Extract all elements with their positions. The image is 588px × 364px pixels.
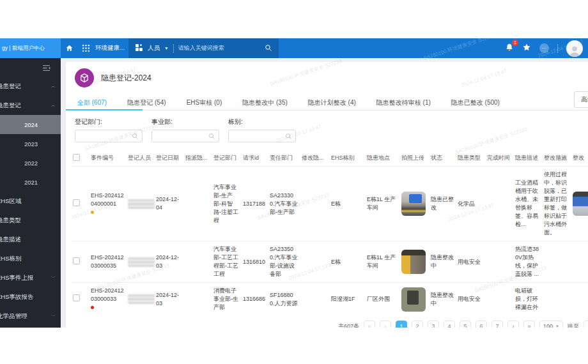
sidebar-item-danger-type[interactable]: 隐患类型: [0, 211, 61, 230]
row-checkbox[interactable]: [73, 294, 80, 301]
column-header[interactable]: 状态: [429, 150, 456, 167]
sidebar-item-ehs-building[interactable]: EHS栋别: [0, 249, 61, 268]
page-button-2[interactable]: 2: [412, 321, 423, 328]
photo-thumbnail[interactable]: [401, 287, 426, 312]
last-page-button[interactable]: »: [523, 321, 535, 328]
more-options-icon[interactable]: …: [539, 43, 549, 53]
advanced-search-button[interactable]: 高级搜索: [574, 91, 588, 108]
cell-status: 隐患整改中: [429, 241, 456, 283]
column-header[interactable]: 完成时间: [485, 150, 513, 167]
sidebar: 隐患登记︿ 隐患登记︿ 2024 2023 2022 2021 EHS区域 隐患…: [0, 58, 61, 328]
page-button-1[interactable]: 1: [396, 321, 407, 328]
tab-ehs-review[interactable]: EHS审核 (0): [185, 95, 224, 110]
table-row[interactable]: EHS-20241204000001 2024-12-04 汽车事业部-生产部-…: [71, 167, 588, 241]
sidebar-item-chemical-management[interactable]: 化学品管理﹀: [0, 307, 61, 326]
home-icon[interactable]: [61, 38, 77, 58]
redacted-name: [128, 257, 155, 267]
cell-finish-time: [485, 241, 513, 283]
tab-all[interactable]: 全部 (607): [76, 95, 108, 110]
sidebar-item-hidden-danger-register-sub[interactable]: 隐患登记︿: [0, 96, 61, 115]
sidebar-item-2023[interactable]: 2023: [0, 134, 61, 153]
cell-location: 厂区外围: [365, 283, 399, 316]
page-button-5[interactable]: 5: [460, 321, 471, 328]
scope-selector[interactable]: 人员: [148, 44, 160, 52]
row-checkbox[interactable]: [73, 257, 80, 264]
select-all-checkbox[interactable]: [73, 154, 80, 161]
jump-to-label: 跳至: [568, 322, 579, 328]
column-header[interactable]: 隐患地点: [365, 150, 399, 167]
photo-thumbnail[interactable]: [401, 192, 426, 216]
notifications-bell-icon[interactable]: 1: [505, 43, 514, 54]
chevron-down-icon: ▼: [555, 324, 559, 328]
next-page-button[interactable]: ›: [507, 321, 519, 328]
favorites-star-icon[interactable]: [522, 43, 531, 54]
sidebar-item-ehs-accident-report[interactable]: EHS事故报告: [0, 287, 61, 307]
column-header[interactable]: 拍照上传: [399, 150, 429, 167]
sidebar-item-ehs-event-report[interactable]: EHS事件上报﹀: [0, 268, 61, 287]
jump-to-page-input[interactable]: [584, 321, 588, 328]
user-avatar[interactable]: [566, 40, 583, 57]
column-header[interactable]: 整改: [571, 150, 588, 167]
cell-building: E栋: [329, 167, 365, 241]
cell-building: 阳澄湖1F: [329, 283, 365, 316]
tab-rectifying[interactable]: 隐患整改中 (35): [241, 95, 289, 110]
cell-status: 隐患整改中: [429, 283, 456, 316]
page-button-6[interactable]: 6: [476, 321, 487, 328]
sidebar-item-2022[interactable]: 2022: [0, 153, 61, 172]
rectify-photo-thumbnail[interactable]: [573, 192, 588, 216]
sidebar-nav: 隐患登记︿ 隐患登记︿ 2024 2023 2022 2021 EHS区域 隐患…: [0, 77, 61, 326]
column-header[interactable]: EHS栋别: [329, 150, 365, 167]
column-header[interactable]: 登记人员: [126, 150, 154, 167]
page-button-4[interactable]: 4: [444, 321, 455, 328]
tab-rectified[interactable]: 隐患已整改 (500): [450, 95, 501, 110]
sidebar-item-hidden-danger-register[interactable]: 隐患登记︿: [0, 77, 61, 96]
table-row[interactable]: EHS-20241203000035 2024-12-03 汽车事业部-工艺工程…: [71, 241, 588, 283]
sidebar-item-2024[interactable]: 2024: [0, 115, 61, 134]
cell-description: 电箱破损，灯环裸漏在外: [513, 283, 542, 316]
column-header[interactable]: 隐患描述: [513, 150, 542, 167]
prev-page-button[interactable]: ‹: [380, 321, 391, 328]
tab-danger-register[interactable]: 隐患登记 (54): [126, 95, 167, 110]
cell-type: 化学品: [456, 167, 485, 241]
column-header[interactable]: 隐患类型: [456, 150, 485, 167]
cell-type: 用电安全: [456, 241, 485, 283]
global-search-input[interactable]: 请输入关键词搜索: [178, 44, 260, 52]
current-app-name[interactable]: 环境健康...: [95, 44, 125, 52]
cell-status: 隐患已整改: [429, 167, 456, 241]
cell-location: E栋1L 生产车间: [365, 167, 399, 241]
cell-register-date: 2024-12-04: [154, 167, 183, 241]
row-checkbox[interactable]: [73, 199, 80, 206]
cell-event-no: EHS-20241203000033: [91, 287, 124, 302]
column-header[interactable]: 责任部门: [268, 150, 300, 167]
page-button-3[interactable]: 3: [428, 321, 439, 328]
main-content: 隐患登记-2024 全部 (607) 隐患登记 (54) EHS审核 (0) 隐…: [61, 58, 588, 328]
search-icon[interactable]: [265, 43, 272, 54]
chevron-down-icon[interactable]: ▼: [164, 46, 169, 50]
filter-input-business-unit[interactable]: [151, 130, 219, 142]
sidebar-item-danger-description[interactable]: 隐患描述: [0, 230, 61, 249]
sidebar-collapse-icon[interactable]: [0, 60, 61, 75]
photo-thumbnail[interactable]: [401, 250, 426, 274]
sidebar-item-2021[interactable]: 2021: [0, 172, 61, 192]
column-header[interactable]: 整改措施: [542, 150, 571, 167]
table-row[interactable]: EHS-20241203000033 2024-12-03 消费电子事业部-生产…: [71, 283, 588, 316]
filter-input-register-dept[interactable]: [75, 130, 143, 142]
cell-register-date: 2024-12-03: [154, 283, 183, 316]
column-header[interactable]: 登记日期: [154, 150, 183, 167]
column-header[interactable]: 登记部门: [212, 150, 241, 167]
sidebar-item-ehs-area[interactable]: EHS区域: [0, 192, 61, 211]
page-button-7[interactable]: 7: [491, 321, 503, 328]
cell-measures: [542, 283, 571, 316]
filter-input-building[interactable]: [228, 130, 296, 142]
column-header[interactable]: 修改隐...: [300, 150, 329, 167]
column-header[interactable]: 请求id: [241, 150, 268, 167]
column-header[interactable]: 指派隐...: [183, 150, 212, 167]
column-header[interactable]: 事件编号: [89, 150, 126, 167]
first-page-button[interactable]: «: [364, 321, 375, 328]
cell-measures: [542, 241, 571, 283]
tab-rectify-pending-review[interactable]: 隐患整改待审核 (1): [375, 95, 432, 110]
people-module-icon: [135, 43, 143, 54]
page-size-select[interactable]: 100▼: [539, 321, 563, 328]
tab-planned-rectify[interactable]: 隐患计划整改 (4): [307, 95, 357, 110]
app-grid-icon[interactable]: [77, 38, 94, 58]
